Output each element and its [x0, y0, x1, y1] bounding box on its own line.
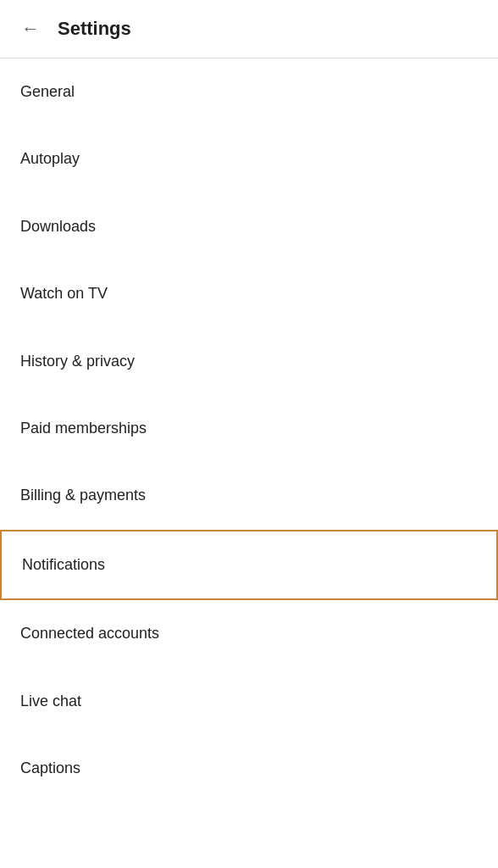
- settings-item-billing-payments[interactable]: Billing & payments: [0, 462, 498, 529]
- settings-label-autoplay: Autoplay: [20, 149, 80, 169]
- settings-label-paid-memberships: Paid memberships: [20, 419, 147, 438]
- settings-label-watch-on-tv: Watch on TV: [20, 284, 108, 303]
- settings-label-billing-payments: Billing & payments: [20, 486, 146, 505]
- settings-label-captions: Captions: [20, 759, 80, 778]
- settings-item-live-chat[interactable]: Live chat: [0, 668, 498, 735]
- settings-label-live-chat: Live chat: [20, 692, 81, 711]
- settings-item-notifications[interactable]: Notifications: [0, 530, 498, 600]
- settings-item-connected-accounts[interactable]: Connected accounts: [0, 600, 498, 667]
- back-arrow-icon: ←: [21, 19, 40, 38]
- settings-label-notifications: Notifications: [22, 555, 105, 575]
- header: ← Settings: [0, 0, 498, 58]
- settings-list: GeneralAutoplayDownloadsWatch on TVHisto…: [0, 58, 498, 802]
- settings-item-general[interactable]: General: [0, 58, 498, 125]
- settings-label-downloads: Downloads: [20, 217, 96, 236]
- settings-label-history-privacy: History & privacy: [20, 352, 135, 371]
- settings-label-connected-accounts: Connected accounts: [20, 624, 159, 643]
- settings-item-autoplay[interactable]: Autoplay: [0, 125, 498, 192]
- settings-item-captions[interactable]: Captions: [0, 735, 498, 802]
- settings-item-watch-on-tv[interactable]: Watch on TV: [0, 260, 498, 327]
- page-title: Settings: [58, 18, 131, 40]
- settings-label-general: General: [20, 82, 75, 102]
- settings-item-paid-memberships[interactable]: Paid memberships: [0, 395, 498, 462]
- settings-item-downloads[interactable]: Downloads: [0, 193, 498, 260]
- settings-item-history-privacy[interactable]: History & privacy: [0, 328, 498, 395]
- back-button[interactable]: ←: [14, 12, 47, 46]
